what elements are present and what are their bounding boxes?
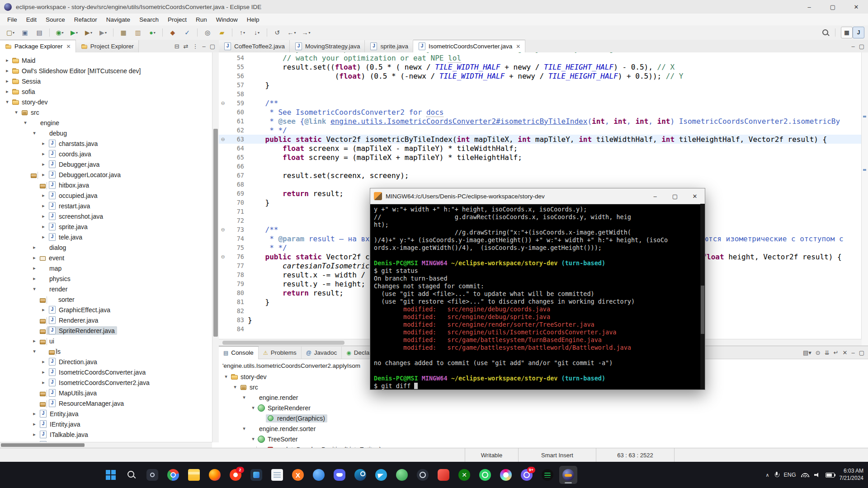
taskbar-yandex-browser-button[interactable]: 2: [226, 466, 245, 484]
new-java-project-button[interactable]: ▦: [117, 27, 130, 38]
java-perspective-button[interactable]: J: [853, 27, 864, 38]
tree-arrow-icon[interactable]: ▾: [250, 405, 257, 411]
dropdown-arrow-icon[interactable]: ▾: [62, 31, 64, 35]
tree-item[interactable]: ▾engine: [0, 117, 219, 128]
tree-arrow-icon[interactable]: ▸: [31, 338, 38, 344]
tree-arrow-icon[interactable]: ▸: [40, 192, 47, 198]
tree-item[interactable]: ▾TreeSorter: [219, 434, 868, 444]
tree-item[interactable]: ▸event: [0, 253, 219, 263]
back-button[interactable]: ←▾: [285, 27, 298, 38]
taskbar-xampp-button[interactable]: [289, 466, 307, 484]
tree-item[interactable]: ▸sofia: [0, 86, 219, 97]
pin-console-icon[interactable]: ⊙: [816, 349, 821, 356]
code-line[interactable]: 68: [219, 180, 862, 189]
scrollbar-thumb[interactable]: [701, 286, 704, 334]
close-tab-icon[interactable]: ✕: [516, 43, 520, 50]
tree-item[interactable]: ▾story-dev: [0, 97, 219, 107]
tree-arrow-icon[interactable]: ▸: [31, 276, 38, 282]
open-task-button[interactable]: ✓: [180, 27, 194, 38]
dropdown-arrow-icon[interactable]: ▾: [258, 31, 259, 35]
taskbar-app-red-button[interactable]: [434, 466, 453, 484]
tree-item[interactable]: ▸occupied.java: [0, 190, 219, 201]
save-button[interactable]: ▣: [18, 27, 32, 38]
menu-project[interactable]: Project: [163, 14, 191, 25]
tree-item[interactable]: ▸IsometricCoordsConverter2.java: [0, 377, 219, 388]
next-annotation-button[interactable]: ↓▾: [250, 27, 264, 38]
explorer-vertical-scrollbar[interactable]: [212, 52, 219, 442]
forward-button[interactable]: →▾: [299, 27, 313, 38]
taskbar-app-blue-button[interactable]: [310, 466, 328, 484]
tree-item[interactable]: ▸tele.java: [0, 232, 219, 242]
tree-item[interactable]: ▸hitbox.java: [0, 180, 219, 190]
menu-file[interactable]: File: [3, 14, 22, 25]
maximize-view-icon[interactable]: ▢: [210, 43, 215, 50]
tree-arrow-icon[interactable]: ▸: [4, 89, 11, 94]
tree-arrow-icon[interactable]: ▾: [241, 394, 248, 400]
tree-item[interactable]: ▸screenshot.java: [0, 211, 219, 221]
taskbar-clock[interactable]: 6:03 AM 7/21/2024: [840, 468, 863, 482]
code-line[interactable]: ⊖63 public static Vector2f isometricByTi…: [219, 135, 862, 144]
taskbar-photos-button[interactable]: [247, 466, 265, 484]
tree-item[interactable]: ▾SpriteRenderer: [219, 403, 868, 413]
code-line[interactable]: 55 result.set((float) (0.5 * ( newx / TI…: [219, 62, 862, 71]
code-line[interactable]: 64 float screenx = (mapTileX - mapTileY)…: [219, 144, 862, 153]
code-line[interactable]: 67 result.set(screenx, screeny);: [219, 171, 862, 180]
wifi-icon[interactable]: [801, 473, 809, 477]
maximize-view-icon[interactable]: ▢: [859, 349, 864, 356]
tab-javadoc[interactable]: @Javadoc: [302, 347, 342, 359]
tree-arrow-icon[interactable]: ▸: [31, 255, 38, 261]
tree-item[interactable]: ▸dialog: [0, 242, 219, 253]
new-wizard-button[interactable]: ▢▾: [4, 27, 17, 38]
menu-refactor[interactable]: Refactor: [70, 14, 102, 25]
collapse-all-icon[interactable]: ⊟: [175, 43, 179, 50]
terminal-minimize-button[interactable]: –: [645, 188, 665, 204]
taskbar-telegram-button[interactable]: [372, 466, 390, 484]
taskbar-spotify-button[interactable]: [538, 466, 557, 484]
tree-arrow-icon[interactable]: ▸: [31, 411, 38, 417]
code-line[interactable]: 54 // watch your optimization or eat NPE…: [219, 53, 862, 62]
tree-item[interactable]: ▸Entity.java: [0, 408, 219, 419]
menu-window[interactable]: Window: [212, 14, 242, 25]
minimize-view-icon[interactable]: –: [851, 349, 854, 356]
tree-item[interactable]: ▾engine.render: [219, 392, 868, 403]
tree-arrow-icon[interactable]: ▾: [241, 426, 248, 432]
tree-item[interactable]: ▾render: [0, 284, 219, 294]
word-wrap-icon[interactable]: ↵: [834, 349, 839, 356]
tree-arrow-icon[interactable]: ▾: [250, 436, 257, 442]
tree-item[interactable]: ▾engine.render.sorter: [219, 423, 868, 434]
dropdown-arrow-icon[interactable]: ▾: [76, 31, 78, 35]
code-line[interactable]: 58: [219, 89, 862, 99]
tree-arrow-icon[interactable]: ▾: [13, 109, 20, 115]
tab-package-explorer[interactable]: Package Explorer✕: [0, 40, 76, 53]
taskbar-xbox-button[interactable]: [455, 466, 473, 484]
fold-margin[interactable]: ⊖: [219, 227, 227, 233]
taskbar-app-green-button[interactable]: [393, 466, 411, 484]
tree-arrow-icon[interactable]: ▸: [40, 213, 47, 219]
editor-tab-IsometricCoordsConverter-java[interactable]: IsometricCoordsConverter.java✕: [413, 40, 525, 53]
tree-arrow-icon[interactable]: ▸: [40, 380, 47, 385]
tree-arrow-icon[interactable]: ▾: [31, 348, 38, 354]
menu-source[interactable]: Source: [41, 14, 70, 25]
tree-arrow-icon[interactable]: ▸: [40, 172, 47, 178]
overview-ruler[interactable]: [861, 52, 868, 346]
minimize-view-icon[interactable]: –: [851, 43, 854, 50]
terminal-close-button[interactable]: ✕: [685, 188, 705, 204]
clear-console-icon[interactable]: ✕: [843, 349, 848, 356]
taskbar-chrome-button[interactable]: [164, 466, 182, 484]
open-console-icon[interactable]: ▤▾: [803, 349, 811, 356]
tab-problems[interactable]: ⚠Problems: [259, 347, 302, 359]
taskbar-snipping-tool-button[interactable]: [143, 466, 161, 484]
tree-arrow-icon[interactable]: ▸: [31, 244, 38, 250]
editor-tab-MovingStrategy-java[interactable]: MovingStrategy.java: [290, 40, 365, 53]
debug-button[interactable]: ◉▾: [53, 27, 66, 38]
dropdown-arrow-icon[interactable]: ▾: [105, 31, 107, 35]
explorer-horizontal-scrollbar[interactable]: [0, 442, 212, 448]
scrollbar-thumb[interactable]: [1, 443, 85, 447]
code-line[interactable]: 56 (float) (0.5 * (-newx / TILE_WIDTH_HA…: [219, 71, 862, 80]
tree-arrow-icon[interactable]: ▸: [40, 203, 47, 209]
print-button[interactable]: ▤: [33, 27, 46, 38]
tree-item[interactable]: ▸Debugger.java: [0, 159, 219, 169]
dropdown-arrow-icon[interactable]: ▾: [294, 31, 296, 35]
open-perspective-button[interactable]: ▦: [841, 27, 853, 38]
scrollbar-thumb[interactable]: [213, 129, 218, 337]
